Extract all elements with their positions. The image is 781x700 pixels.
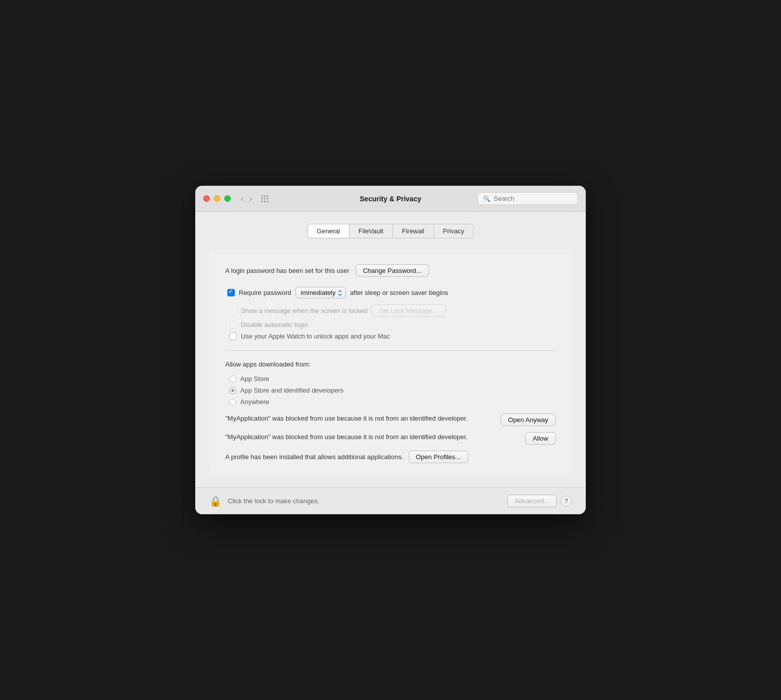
tab-general[interactable]: General <box>307 224 349 238</box>
tab-firewall[interactable]: Firewall <box>393 224 434 238</box>
app-store-label: App Store <box>240 375 269 383</box>
bottom-bar: 🔒 Click the lock to make changes. Advanc… <box>195 487 586 514</box>
traffic-lights <box>203 195 231 202</box>
close-button[interactable] <box>203 195 210 202</box>
maximize-button[interactable] <box>224 195 231 202</box>
back-button[interactable]: ‹ <box>239 194 245 204</box>
tab-filevault[interactable]: FileVault <box>349 224 393 238</box>
after-sleep-label: after sleep or screen saver begins <box>350 289 448 296</box>
general-panel: A login password has been set for this u… <box>209 250 572 475</box>
app-store-radio-row: App Store <box>225 375 556 383</box>
immediately-dropdown[interactable]: immediately <box>295 287 346 298</box>
anywhere-label: Anywhere <box>240 398 269 406</box>
password-info-label: A login password has been set for this u… <box>225 267 349 274</box>
section-divider <box>225 350 556 351</box>
dropdown-arrow-icon <box>337 289 342 296</box>
show-message-row: Show a message when the screen is locked… <box>225 304 556 317</box>
profile-row: A profile has been installed that allows… <box>225 451 556 463</box>
blocked-app-1-text: "MyApplication" was blocked from use bec… <box>225 414 468 424</box>
blocked-app-1-row: "MyApplication" was blocked from use bec… <box>225 414 556 426</box>
app-store-identified-label: App Store and identified developers <box>240 387 343 394</box>
app-store-radio[interactable] <box>229 376 236 383</box>
main-window: ‹ › Security & Privacy 🔍 General FileVau… <box>195 186 586 514</box>
advanced-button[interactable]: Advanced... <box>507 495 557 507</box>
lock-text: Click the lock to make changes. <box>228 497 319 505</box>
allow-button[interactable]: Allow <box>525 432 556 445</box>
grid-icon <box>261 195 268 202</box>
disable-autologin-row: Disable automatic login <box>225 321 556 328</box>
change-password-button[interactable]: Change Password... <box>355 264 429 277</box>
minimize-button[interactable] <box>214 195 220 202</box>
set-lock-message-button[interactable]: Set Lock Message... <box>371 304 446 317</box>
titlebar: ‹ › Security & Privacy 🔍 <box>195 186 586 212</box>
open-anyway-button[interactable]: Open Anyway <box>501 414 556 426</box>
open-profiles-button[interactable]: Open Profiles... <box>409 451 469 463</box>
password-row: A login password has been set for this u… <box>225 264 556 277</box>
app-store-identified-radio[interactable] <box>229 387 236 394</box>
grid-button[interactable] <box>259 194 270 203</box>
blocked-app-2-text: "MyApplication" was blocked from use bec… <box>225 432 468 442</box>
tab-privacy[interactable]: Privacy <box>434 224 474 238</box>
help-button[interactable]: ? <box>561 496 572 507</box>
lock-icon[interactable]: 🔒 <box>209 495 222 507</box>
show-message-label: Show a message when the screen is locked <box>241 307 367 314</box>
require-password-checkbox[interactable] <box>227 289 235 296</box>
forward-button[interactable]: › <box>247 194 254 204</box>
profile-text: A profile has been installed that allows… <box>225 453 404 461</box>
bottom-right: Advanced... ? <box>507 495 572 507</box>
allow-apps-title: Allow apps downloaded from: <box>225 361 556 368</box>
require-password-label: Require password <box>239 289 291 296</box>
search-input[interactable] <box>494 195 572 202</box>
apple-watch-row: Use your Apple Watch to unlock apps and … <box>225 332 556 340</box>
tabs: General FileVault Firewall Privacy <box>209 224 572 238</box>
anywhere-radio[interactable] <box>229 399 236 406</box>
disable-autologin-checkbox[interactable] <box>229 321 237 328</box>
blocked-app-2-row: "MyApplication" was blocked from use bec… <box>225 432 556 445</box>
app-store-identified-radio-row: App Store and identified developers <box>225 387 556 394</box>
nav-buttons: ‹ › <box>239 194 254 204</box>
disable-autologin-label: Disable automatic login <box>241 321 308 328</box>
search-icon: 🔍 <box>483 195 491 202</box>
content-area: General FileVault Firewall Privacy A log… <box>195 212 586 487</box>
immediately-value: immediately <box>301 289 335 296</box>
show-message-checkbox[interactable] <box>229 307 237 314</box>
anywhere-radio-row: Anywhere <box>225 398 556 406</box>
require-password-row: Require password immediately after sleep… <box>225 287 556 298</box>
apple-watch-label: Use your Apple Watch to unlock apps and … <box>241 332 390 340</box>
window-title: Security & Privacy <box>360 195 422 203</box>
search-bar: 🔍 <box>478 192 578 205</box>
apple-watch-checkbox[interactable] <box>229 332 237 340</box>
